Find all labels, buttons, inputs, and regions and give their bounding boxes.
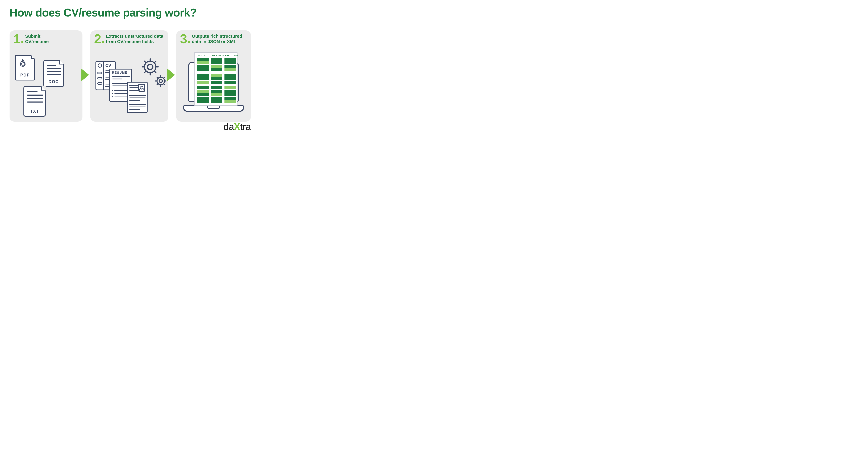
- pdf-label: PDF: [16, 73, 34, 78]
- step-1-dot: .: [21, 33, 24, 45]
- column-header-employment: EMPLOYMENT: [225, 54, 240, 56]
- step-3-text: Outputs rich structured data in JSON or …: [192, 33, 251, 44]
- daxtra-logo: da X tra: [223, 121, 251, 133]
- column-header-skills: SKILLS: [198, 54, 205, 56]
- arrow-1-icon: [82, 69, 89, 81]
- cv-label: CV: [105, 63, 112, 68]
- page-title: How does CV/resume parsing work?: [9, 6, 197, 19]
- resume-label: RESUME: [112, 71, 127, 75]
- txt-label: TXT: [24, 109, 45, 114]
- structured-data-sheet: SKILLS EDUCATION EMPLOYMENT: [194, 52, 238, 106]
- svg-point-0: [148, 64, 153, 70]
- logo-post: tra: [240, 121, 251, 132]
- step-1-text: Submit CV/resume: [25, 33, 49, 44]
- column-header-education: EDUCATION: [212, 54, 224, 56]
- step-1-number: 1: [13, 33, 21, 45]
- infographic: How does CV/resume parsing work? 1 . Sub…: [0, 0, 260, 136]
- step-2-text: Extracts unstructured data from CV/resum…: [106, 33, 165, 44]
- svg-point-1: [145, 61, 156, 73]
- logo-pre: da: [223, 121, 234, 132]
- gear-small-icon: [155, 75, 167, 87]
- step-2-header: 2 . Extracts unstructured data from CV/r…: [94, 33, 165, 45]
- step-2-dot: .: [101, 33, 105, 45]
- pdf-logo-icon: [19, 59, 27, 67]
- doc-file-icon: DOC: [43, 60, 64, 87]
- logo-x: X: [234, 120, 241, 133]
- profile-document-icon: [127, 82, 148, 113]
- step-3-header: 3 . Outputs rich structured data in JSON…: [180, 33, 251, 45]
- txt-file-icon: TXT: [24, 86, 45, 117]
- step-3-dot: .: [187, 33, 191, 45]
- pdf-file-icon: PDF: [15, 55, 35, 81]
- gear-large-icon: [141, 57, 160, 77]
- doc-label: DOC: [44, 79, 63, 84]
- arrow-2-icon: [167, 69, 175, 81]
- step-3-number: 3: [180, 33, 187, 45]
- person-photo-icon: [138, 84, 145, 92]
- svg-point-2: [159, 79, 162, 82]
- step-2-number: 2: [94, 33, 101, 45]
- step-1-header: 1 . Submit CV/resume: [13, 33, 49, 45]
